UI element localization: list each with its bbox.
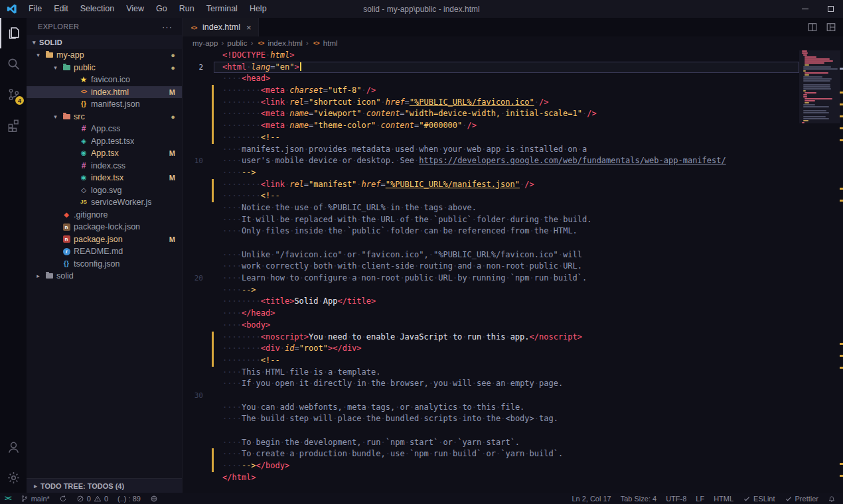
code-line-19[interactable]: ····work·correctly·both·with·client-side…: [183, 261, 843, 273]
menu-terminal[interactable]: Terminal: [200, 0, 244, 18]
code-line-30[interactable]: 30: [183, 390, 843, 402]
minimap-slider[interactable]: [799, 50, 840, 123]
code-line-11[interactable]: ····-->: [183, 167, 843, 179]
code-line-13[interactable]: ········<!--: [183, 190, 843, 202]
breadcrumb-item-my-app[interactable]: my-app: [192, 39, 218, 47]
code-line-25[interactable]: ········<noscript>You·need·to·enable·Jav…: [183, 332, 843, 344]
tree-item-my-app[interactable]: ▾my-app●: [27, 49, 182, 62]
code-line-3[interactable]: ····<head>: [183, 73, 843, 85]
tree-item-public[interactable]: ▾public●: [27, 62, 182, 74]
tree-item-src[interactable]: ▾src●: [27, 111, 182, 123]
status-branch[interactable]: main*: [16, 493, 54, 504]
tree-item-manifest-json[interactable]: {}manifest.json: [27, 98, 182, 111]
code-line-14[interactable]: ····Notice·the·use·of·%PUBLIC_URL%·in·th…: [183, 202, 843, 214]
activity-explorer[interactable]: [0, 18, 27, 48]
status-prettier[interactable]: Prettier: [780, 493, 823, 504]
code-line-6[interactable]: ········<meta·name="viewport"·content="w…: [183, 108, 843, 120]
tree-item-solid[interactable]: ▸solid: [27, 270, 182, 283]
status-eol[interactable]: LF: [691, 493, 709, 504]
tree-item-index-html[interactable]: <>index.htmlM: [27, 86, 182, 99]
more-actions-icon[interactable]: ···: [162, 22, 173, 32]
breadcrumb-item-html[interactable]: <>html: [311, 39, 339, 47]
code-line-29[interactable]: ····If·you·open·it·directly·in·the·brows…: [183, 378, 843, 390]
tree-item-app-tsx[interactable]: ◉App.tsxM: [27, 147, 182, 160]
status-encoding[interactable]: UTF-8: [661, 493, 691, 504]
tree-item-package-lock-json[interactable]: npackage-lock.json: [27, 221, 182, 233]
tree-item-index-css[interactable]: #index.css: [27, 160, 182, 172]
tree-item-tsconfig-json[interactable]: {}tsconfig.json: [27, 258, 182, 271]
tree-item-gitignore[interactable]: ◆.gitignore: [27, 209, 182, 221]
code-line-22[interactable]: ········<title>Solid·App</title>: [183, 296, 843, 308]
code-line-18[interactable]: ····Unlike·"/favicon.ico"·or·"favicon.ic…: [183, 249, 843, 261]
code-line-21[interactable]: ····-->: [183, 284, 843, 296]
menu-selection[interactable]: Selection: [74, 0, 120, 18]
menu-help[interactable]: Help: [244, 0, 273, 18]
code-line-7[interactable]: ········<meta·name="theme-color"·content…: [183, 120, 843, 132]
tree-item-logo-svg[interactable]: ◇logo.svg: [27, 184, 182, 197]
code-line-9[interactable]: ····manifest.json·provides·metadata·used…: [183, 144, 843, 156]
breadcrumb-item-public[interactable]: public: [226, 39, 248, 47]
close-icon[interactable]: ×: [246, 23, 252, 32]
minimize-button[interactable]: [793, 0, 818, 18]
status-web[interactable]: [145, 493, 163, 504]
status-todo-count[interactable]: (..) : 89: [113, 493, 145, 504]
editor-layout-icon[interactable]: [826, 22, 836, 32]
code-line-28[interactable]: ····This·HTML·file·is·a·template.: [183, 367, 843, 379]
tree-item-index-tsx[interactable]: ◉index.tsxM: [27, 172, 182, 184]
code-line-20[interactable]: 20····Learn·how·to·configure·a·non-root·…: [183, 273, 843, 284]
menu-go[interactable]: Go: [150, 0, 173, 18]
breadcrumb-item-index-html[interactable]: <>index.html: [256, 39, 303, 47]
tree-item-app-css[interactable]: #App.css: [27, 123, 182, 135]
code-line-31[interactable]: ····You·can·add·webfonts,·meta·tags,·or·…: [183, 402, 843, 414]
tree-item-serviceworker-js[interactable]: JSserviceWorker.js: [27, 196, 182, 209]
code-editor[interactable]: <!DOCTYPE·html>2<html·lang="en">····<hea…: [183, 50, 843, 493]
code-line-33[interactable]: [183, 425, 843, 437]
activity-settings[interactable]: [0, 462, 27, 493]
maximize-button[interactable]: [818, 0, 843, 18]
status-cursor-position[interactable]: Ln 2, Col 17: [567, 493, 615, 504]
menu-edit[interactable]: Edit: [48, 0, 74, 18]
status-language[interactable]: HTML: [709, 493, 738, 504]
code-line-26[interactable]: ········<div·id="root"></div>: [183, 343, 843, 355]
menu-view[interactable]: View: [120, 0, 150, 18]
minimap[interactable]: [802, 50, 838, 124]
todo-tree-header[interactable]: ▸ TODO TREE: TODOS (4): [27, 478, 182, 493]
code-line-5[interactable]: ········<link·rel="shortcut·icon"·href="…: [183, 97, 843, 109]
code-line-16[interactable]: ····Only·files·inside·the·`public`·folde…: [183, 225, 843, 237]
status-problems[interactable]: 00: [72, 493, 113, 504]
code-line-17[interactable]: [183, 237, 843, 249]
code-line-23[interactable]: ····</head>: [183, 308, 843, 320]
code-line-10[interactable]: 10····user's·mobile·device·or·desktop.·S…: [183, 155, 843, 167]
menu-run[interactable]: Run: [173, 0, 200, 18]
code-line-8[interactable]: ········<!--: [183, 132, 843, 144]
code-line-37[interactable]: </html>: [183, 472, 843, 484]
activity-search[interactable]: [0, 48, 27, 79]
code-line-2[interactable]: 2<html·lang="en">: [183, 62, 843, 74]
activity-extensions[interactable]: [0, 109, 27, 140]
tab-index-html[interactable]: <> index.html ×: [183, 18, 259, 36]
code-line-35[interactable]: ····To·create·a·production·bundle,·use·`…: [183, 448, 843, 460]
code-line-1[interactable]: <!DOCTYPE·html>: [183, 50, 843, 62]
code-line-4[interactable]: ········<meta·charset="utf-8"·/>: [183, 85, 843, 97]
status-indentation[interactable]: Tab Size: 4: [616, 493, 661, 504]
tree-item-app-test-tsx[interactable]: ◈App.test.tsx: [27, 135, 182, 148]
status-remote[interactable]: ><: [0, 493, 16, 504]
activity-source-control[interactable]: 4: [0, 79, 27, 109]
activity-accounts[interactable]: [0, 432, 27, 462]
status-notifications[interactable]: [823, 493, 840, 504]
code-line-12[interactable]: ········<link·rel="manifest"·href="%PUBL…: [183, 179, 843, 191]
code-line-24[interactable]: ····<body>: [183, 320, 843, 332]
menu-file[interactable]: File: [23, 0, 48, 18]
status-eslint[interactable]: ESLint: [738, 493, 779, 504]
status-sync[interactable]: [54, 493, 72, 504]
code-line-27[interactable]: ········<!--: [183, 355, 843, 367]
tree-item-package-json[interactable]: npackage.jsonM: [27, 233, 182, 246]
tree-item-favicon-ico[interactable]: ★favicon.ico: [27, 74, 182, 86]
code-line-15[interactable]: ····It·will·be·replaced·with·the·URL·of·…: [183, 214, 843, 226]
section-solid[interactable]: ▾ SOLID: [27, 35, 182, 49]
split-editor-icon[interactable]: [807, 22, 818, 32]
code-line-32[interactable]: ····The·build·step·will·place·the·bundle…: [183, 413, 843, 425]
code-line-34[interactable]: ····To·begin·the·development,·run·`npm·s…: [183, 437, 843, 449]
tree-item-readme-md[interactable]: iREADME.md: [27, 245, 182, 258]
code-line-36[interactable]: ····--></body>: [183, 460, 843, 472]
